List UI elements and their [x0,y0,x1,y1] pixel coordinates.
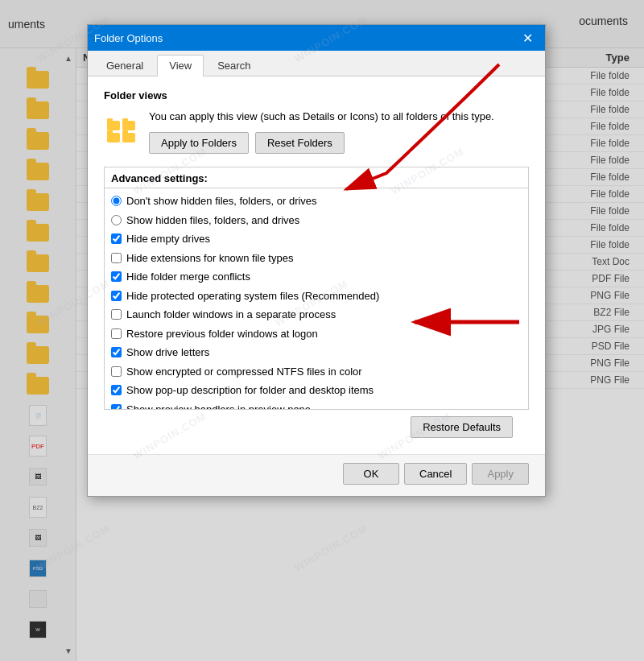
setting-hide-empty-drives: Hide empty drives [105,229,528,249]
folder-views-section: Folder views You can apply this view (su… [104,89,529,154]
checkbox-hide-folder-merge[interactable] [111,271,122,282]
dialog-title: Folder Options [94,32,516,44]
apply-button[interactable]: Apply [472,463,529,485]
setting-show-popup: Show pop-up description for folder and d… [105,381,528,400]
cancel-button[interactable]: Cancel [404,463,467,485]
setting-label: Hide folder merge conflicts [126,269,250,285]
setting-label: Show encrypted or compressed NTFS files … [126,364,362,380]
folder-views-content: You can apply this view (such as Details… [104,109,529,154]
advanced-settings-list[interactable]: Don't show hidden files, folders, or dri… [105,188,528,409]
setting-label: Show drive letters [126,345,209,361]
ok-button[interactable]: OK [343,463,399,485]
setting-label: Hide protected operating system files (R… [126,288,379,304]
folder-views-description: You can apply this view (such as Details… [149,109,494,124]
setting-restore-previous: Restore previous folder windows at logon [105,324,528,344]
setting-label: Hide empty drives [126,231,210,247]
tab-search[interactable]: Search [205,55,262,76]
checkbox-show-drive-letters[interactable] [111,347,122,357]
mini-folder-2 [122,121,135,130]
restore-defaults-button[interactable]: Restore Defaults [411,416,513,438]
setting-hide-extensions: Hide extensions for known file types [105,249,528,268]
tab-view[interactable]: View [157,55,204,76]
dialog-body: Folder views You can apply this view (su… [88,76,545,454]
radio-show-hidden[interactable] [111,215,122,225]
folder-views-label: Folder views [104,89,529,101]
setting-label: Don't show hidden files, folders, or dri… [126,193,317,209]
folder-views-buttons: Apply to Folders Reset Folders [149,132,494,154]
setting-show-encrypted: Show encrypted or compressed NTFS files … [105,362,528,382]
checkbox-restore-previous[interactable] [111,328,122,339]
setting-label: Show pop-up description for folder and d… [126,382,374,399]
tab-general[interactable]: General [94,55,155,76]
restore-defaults-row: Restore Defaults [104,410,529,441]
checkbox-hide-protected[interactable] [111,291,122,301]
dialog-titlebar: Folder Options ✕ [88,25,545,51]
setting-label: Show hidden files, folders, and drives [126,213,299,229]
setting-label: Hide extensions for known file types [126,250,293,266]
checkbox-show-preview[interactable] [111,404,122,409]
setting-launch-separate: Launch folder windows in a separate proc… [105,305,528,324]
folder-options-dialog: Folder Options ✕ General View Search Fol… [87,24,546,497]
checkbox-show-encrypted[interactable] [111,366,122,377]
folder-views-desc-area: You can apply this view (such as Details… [149,109,494,154]
advanced-list-wrapper: Don't show hidden files, folders, or dri… [105,188,528,409]
dialog-footer: OK Cancel Apply [88,454,545,496]
setting-hide-folder-merge: Hide folder merge conflicts [105,267,528,287]
setting-hide-protected: Hide protected operating system files (R… [105,287,528,306]
checkbox-hide-empty-drives[interactable] [111,233,122,244]
setting-show-hidden: Show hidden files, folders, and drives [105,211,528,230]
setting-show-drive-letters: Show drive letters [105,343,528,362]
advanced-settings-label: Advanced settings: [105,167,528,188]
dialog-close-button[interactable]: ✕ [516,27,539,49]
radio-dont-show-hidden[interactable] [111,196,122,206]
mini-folder-1 [107,121,120,130]
folder-views-icon [104,115,138,149]
setting-show-preview: Show preview handlers in preview pane [105,400,528,410]
dialog-tabs: General View Search [88,51,545,76]
checkbox-hide-extensions[interactable] [111,253,122,263]
mini-folder-3 [107,133,120,143]
apply-to-folders-button[interactable]: Apply to Folders [149,132,249,154]
reset-folders-button[interactable]: Reset Folders [255,132,345,154]
advanced-settings-section: Advanced settings: Don't show hidden fil… [104,167,529,410]
mini-folder-4 [122,133,135,143]
setting-label: Launch folder windows in a separate proc… [126,307,336,323]
setting-dont-show-hidden: Don't show hidden files, folders, or dri… [105,192,528,211]
checkbox-show-popup[interactable] [111,385,122,395]
setting-label: Show preview handlers in preview pane [126,402,311,410]
setting-label: Restore previous folder windows at logon [126,326,318,342]
checkbox-launch-separate[interactable] [111,309,122,320]
